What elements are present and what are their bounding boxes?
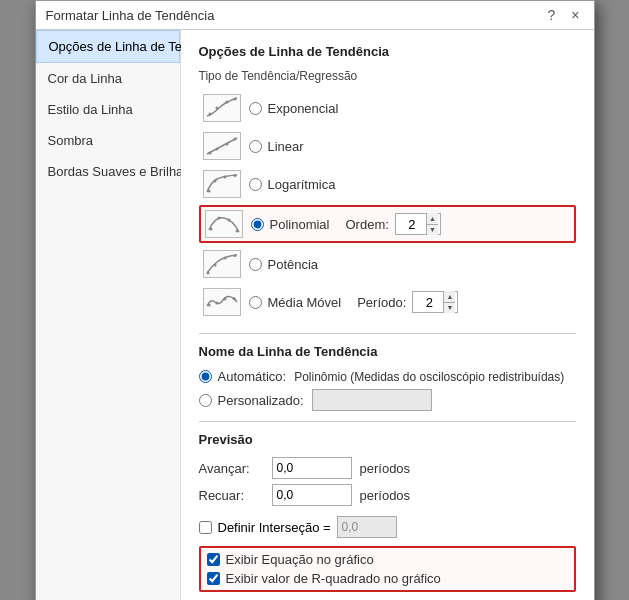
- radio-personalizado[interactable]: [199, 394, 212, 407]
- trend-row-mediamovel: Média Móvel Período: ▲ ▼: [199, 285, 576, 319]
- radio-automatico-label[interactable]: Automático:: [199, 369, 287, 384]
- ordem-value[interactable]: [398, 217, 426, 232]
- svg-point-24: [232, 297, 235, 300]
- exponencial-icon: [203, 94, 241, 122]
- exibir-equacao-checkbox[interactable]: [207, 553, 220, 566]
- svg-point-5: [208, 152, 211, 155]
- recuar-input[interactable]: [272, 484, 352, 506]
- dialog-title: Formatar Linha de Tendência: [46, 8, 215, 23]
- intersecao-input[interactable]: [337, 516, 397, 538]
- periodo-value[interactable]: [415, 295, 443, 310]
- trend-row-potencia: Potência: [199, 247, 576, 281]
- svg-point-6: [215, 148, 218, 151]
- svg-point-7: [225, 143, 228, 146]
- exibir-r2-row: Exibir valor de R-quadrado no gráfico: [207, 571, 568, 586]
- potencia-icon: [203, 250, 241, 278]
- sidebar-item-bordas[interactable]: Bordas Suaves e Brilhantes: [36, 156, 180, 187]
- format-trendline-dialog: Formatar Linha de Tendência ? × Opções d…: [35, 0, 595, 600]
- previsao-title: Previsão: [199, 432, 576, 447]
- radio-exponencial-label[interactable]: Exponencial: [249, 101, 339, 116]
- help-button[interactable]: ?: [544, 7, 560, 23]
- radio-linear-label[interactable]: Linear: [249, 139, 304, 154]
- svg-point-14: [217, 217, 220, 220]
- svg-point-10: [213, 180, 216, 183]
- recuar-row: Recuar: períodos: [199, 484, 576, 506]
- periodo-spinner: ▲ ▼: [412, 291, 458, 313]
- radio-linear[interactable]: [249, 140, 262, 153]
- trend-row-exponencial: Exponencial: [199, 91, 576, 125]
- radio-automatico[interactable]: [199, 370, 212, 383]
- auto-name-value: Polinômio (Medidas do osciloscópio redis…: [294, 370, 564, 384]
- svg-point-15: [227, 219, 230, 222]
- period-group: Período: ▲ ▼: [357, 291, 458, 313]
- sidebar: Opções de Linha de Tendência Cor da Linh…: [36, 30, 181, 600]
- personalizado-input[interactable]: [312, 389, 432, 411]
- svg-point-22: [215, 302, 218, 305]
- main-content: Opções de Linha de Tendência Tipo de Ten…: [181, 30, 594, 600]
- exibir-equacao-label: Exibir Equação no gráfico: [226, 552, 374, 567]
- avancar-label: Avançar:: [199, 461, 264, 476]
- svg-point-16: [235, 230, 238, 233]
- checkbox-section: Exibir Equação no gráfico Exibir valor d…: [199, 546, 576, 592]
- divider1: [199, 333, 576, 334]
- radio-polinomial[interactable]: [251, 218, 264, 231]
- radio-logaritmica[interactable]: [249, 178, 262, 191]
- svg-point-23: [223, 298, 226, 301]
- linear-icon: [203, 132, 241, 160]
- svg-point-19: [223, 257, 226, 260]
- periodo-up-btn[interactable]: ▲: [444, 291, 455, 302]
- svg-point-18: [213, 264, 216, 267]
- radio-polinomial-label[interactable]: Polinomial: [251, 217, 330, 232]
- radio-mediamovel[interactable]: [249, 296, 262, 309]
- ordem-spinner: ▲ ▼: [395, 213, 441, 235]
- intersecao-row: Definir Interseção =: [199, 516, 576, 538]
- svg-point-0: [208, 113, 211, 116]
- trend-row-linear: Linear: [199, 129, 576, 163]
- trend-row-polinomial: Polinomial Ordem: ▲ ▼: [199, 205, 576, 243]
- recuar-label: Recuar:: [199, 488, 264, 503]
- periodo-down-btn[interactable]: ▼: [444, 302, 455, 314]
- main-section-title: Opções de Linha de Tendência: [199, 44, 576, 59]
- period-label: Período:: [357, 295, 406, 310]
- avancar-row: Avançar: períodos: [199, 457, 576, 479]
- name-section-title: Nome da Linha de Tendência: [199, 344, 576, 359]
- title-bar: Formatar Linha de Tendência ? ×: [36, 1, 594, 30]
- svg-point-20: [233, 254, 236, 257]
- sidebar-item-opcoes[interactable]: Opções de Linha de Tendência: [36, 30, 180, 63]
- svg-point-11: [223, 176, 226, 179]
- sidebar-item-sombra[interactable]: Sombra: [36, 125, 180, 156]
- sidebar-item-cor[interactable]: Cor da Linha: [36, 63, 180, 94]
- title-controls: ? ×: [544, 7, 584, 23]
- ordem-arrows: ▲ ▼: [426, 213, 438, 235]
- svg-point-21: [207, 304, 210, 307]
- divider2: [199, 421, 576, 422]
- exibir-equacao-row: Exibir Equação no gráfico: [207, 552, 568, 567]
- dialog-body: Opções de Linha de Tendência Cor da Linh…: [36, 30, 594, 600]
- radio-potencia-label[interactable]: Potência: [249, 257, 319, 272]
- name-section: Nome da Linha de Tendência Automático: P…: [199, 344, 576, 411]
- ordem-down-btn[interactable]: ▼: [427, 224, 438, 236]
- exibir-r2-checkbox[interactable]: [207, 572, 220, 585]
- svg-point-3: [233, 98, 236, 101]
- svg-point-2: [225, 101, 228, 104]
- previsao-section: Previsão Avançar: períodos Recuar: perío…: [199, 432, 576, 506]
- sidebar-item-estilo[interactable]: Estilo da Linha: [36, 94, 180, 125]
- radio-mediamovel-label[interactable]: Média Móvel: [249, 295, 342, 310]
- mediamovel-icon: [203, 288, 241, 316]
- trend-options: Exponencial Linear: [199, 91, 576, 319]
- radio-logaritmica-label[interactable]: Logarítmica: [249, 177, 336, 192]
- svg-point-13: [209, 228, 212, 231]
- ordem-up-btn[interactable]: ▲: [427, 213, 438, 224]
- radio-exponencial[interactable]: [249, 102, 262, 115]
- periodo-arrows: ▲ ▼: [443, 291, 455, 313]
- recuar-periodos: períodos: [360, 488, 411, 503]
- close-title-button[interactable]: ×: [567, 7, 583, 23]
- radio-personalizado-label[interactable]: Personalizado:: [199, 393, 304, 408]
- intersecao-checkbox[interactable]: [199, 521, 212, 534]
- svg-line-4: [207, 138, 237, 154]
- svg-point-17: [206, 272, 209, 275]
- avancar-input[interactable]: [272, 457, 352, 479]
- radio-potencia[interactable]: [249, 258, 262, 271]
- polinomial-icon: [205, 210, 243, 238]
- svg-point-8: [233, 138, 236, 141]
